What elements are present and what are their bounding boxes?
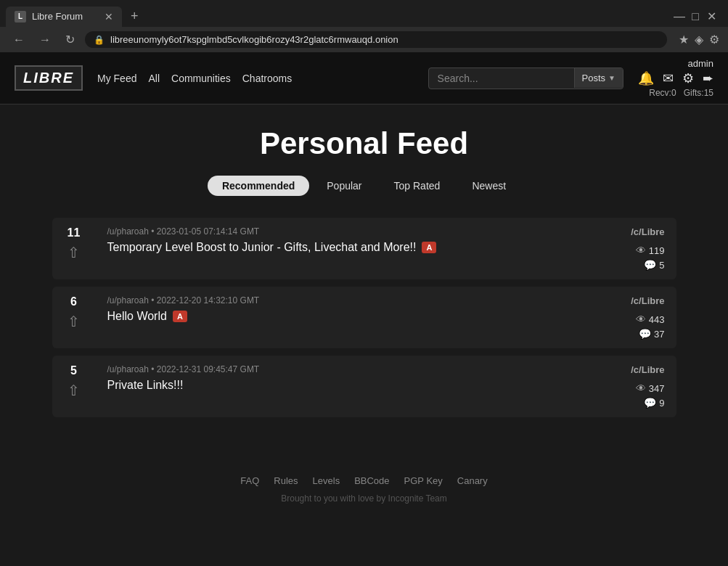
- extensions-icon[interactable]: ⚙: [709, 33, 719, 46]
- post-comments-row: 💬 9: [644, 397, 664, 409]
- window-maximize-button[interactable]: □: [690, 12, 700, 22]
- vote-count: 11: [68, 226, 81, 239]
- footer-credit: Brought to you with love by Incognite Te…: [15, 493, 713, 504]
- footer-bbcode[interactable]: BBCode: [354, 475, 389, 486]
- post-stats: /c/Libre 👁 443 💬 37: [604, 287, 676, 348]
- post-views-row: 👁 119: [636, 245, 665, 256]
- post-comments-row: 💬 5: [644, 259, 664, 271]
- post-date: 2022-12-31 09:45:47 GMT: [157, 364, 259, 374]
- table-row: 5 ⇧ /u/pharoah • 2022-12-31 09:45:47 GMT…: [52, 356, 676, 417]
- feed-tabs: Recommended Popular Top Rated Newest: [52, 176, 676, 196]
- eye-icon: 👁: [636, 245, 646, 256]
- main-nav: My Feed All Communities Chatrooms: [97, 73, 292, 84]
- nav-my-feed[interactable]: My Feed: [97, 73, 136, 84]
- footer-rules[interactable]: Rules: [274, 475, 298, 486]
- shield-icon[interactable]: ◈: [695, 33, 703, 46]
- post-badge: A: [422, 242, 436, 253]
- search-type-label: Posts: [582, 73, 606, 83]
- post-body: /u/pharoah • 2022-12-20 14:32:10 GMT Hel…: [96, 287, 604, 348]
- comment-icon: 💬: [644, 259, 656, 271]
- notifications-bell-icon[interactable]: 🔔: [638, 70, 654, 86]
- post-views: 119: [649, 245, 665, 256]
- post-views-row: 👁 443: [636, 313, 665, 325]
- url-text: libreeunomyly6ot7kspglmbd5cvlkogib6rozy4…: [110, 34, 658, 45]
- lock-icon: 🔒: [94, 35, 105, 45]
- new-tab-button[interactable]: +: [125, 6, 144, 27]
- tab-popular[interactable]: Popular: [312, 176, 376, 196]
- tab-top-rated[interactable]: Top Rated: [380, 176, 455, 196]
- post-community[interactable]: /c/Libre: [631, 364, 664, 375]
- post-author[interactable]: /u/pharoah: [107, 364, 149, 374]
- window-close-button[interactable]: ✕: [706, 12, 716, 22]
- footer: FAQ Rules Levels BBCode PGP Key Canary B…: [0, 446, 728, 518]
- post-vote-section: 11 ⇧: [52, 218, 96, 279]
- tab-favicon: L: [15, 11, 26, 22]
- footer-levels[interactable]: Levels: [313, 475, 340, 486]
- tab-title: Libre Forum: [32, 11, 83, 22]
- upvote-button[interactable]: ⇧: [68, 244, 80, 261]
- app-header: LIBRE My Feed All Communities Chatrooms …: [0, 52, 728, 104]
- recv-stat: Recv:0: [649, 88, 676, 98]
- browser-tab[interactable]: L Libre Forum ✕: [6, 7, 122, 27]
- bookmark-star-icon[interactable]: ★: [679, 33, 689, 46]
- post-community[interactable]: /c/Libre: [631, 295, 664, 306]
- messages-icon[interactable]: ✉: [663, 70, 674, 86]
- post-comments: 9: [659, 398, 664, 409]
- post-separator: •: [151, 364, 157, 374]
- post-views-row: 👁 347: [636, 382, 665, 394]
- post-community[interactable]: /c/Libre: [631, 226, 664, 237]
- search-container: Posts ▼: [428, 67, 623, 89]
- post-meta: /u/pharoah • 2023-01-05 07:14:14 GMT: [107, 226, 592, 237]
- settings-gear-icon[interactable]: ⚙: [682, 70, 694, 86]
- main-content: Personal Feed Recommended Popular Top Ra…: [38, 104, 691, 446]
- vote-count: 6: [70, 295, 77, 308]
- vote-count: 5: [70, 364, 77, 377]
- search-type-dropdown[interactable]: Posts ▼: [574, 68, 623, 88]
- footer-pgpkey[interactable]: PGP Key: [404, 475, 443, 486]
- search-input[interactable]: [429, 68, 574, 89]
- reload-button[interactable]: ↻: [61, 31, 79, 48]
- post-badge: A: [173, 311, 187, 322]
- upvote-button[interactable]: ⇧: [68, 382, 80, 399]
- window-minimize-button[interactable]: —: [674, 12, 684, 22]
- footer-canary[interactable]: Canary: [457, 475, 488, 486]
- site-logo[interactable]: LIBRE: [15, 65, 83, 91]
- nav-chatrooms[interactable]: Chatrooms: [242, 73, 292, 84]
- post-meta: /u/pharoah • 2022-12-20 14:32:10 GMT: [107, 295, 592, 305]
- post-body: /u/pharoah • 2022-12-31 09:45:47 GMT Pri…: [96, 356, 604, 417]
- address-bar[interactable]: 🔒 libreeunomyly6ot7kspglmbd5cvlkogib6roz…: [85, 31, 667, 48]
- post-vote-section: 5 ⇧: [52, 356, 96, 417]
- post-views: 347: [649, 383, 665, 394]
- upvote-button[interactable]: ⇧: [68, 313, 80, 330]
- post-title[interactable]: Temporary Level Boost to Junior - Gifts,…: [107, 241, 592, 254]
- eye-icon: 👁: [636, 313, 646, 325]
- back-button[interactable]: ←: [9, 32, 29, 48]
- username: admin: [688, 58, 713, 69]
- table-row: 6 ⇧ /u/pharoah • 2022-12-20 14:32:10 GMT…: [52, 287, 676, 348]
- gifts-stat: Gifts:15: [684, 88, 713, 98]
- post-stats: /c/Libre 👁 119 💬 5: [604, 218, 676, 279]
- post-date: 2022-12-20 14:32:10 GMT: [157, 295, 259, 305]
- nav-communities[interactable]: Communities: [171, 73, 231, 84]
- post-vote-section: 6 ⇧: [52, 287, 96, 348]
- post-meta: /u/pharoah • 2022-12-31 09:45:47 GMT: [107, 364, 592, 374]
- post-stats: /c/Libre 👁 347 💬 9: [604, 356, 676, 417]
- table-row: 11 ⇧ /u/pharoah • 2023-01-05 07:14:14 GM…: [52, 218, 676, 279]
- page-title: Personal Feed: [52, 126, 676, 161]
- user-stats: Recv:0 Gifts:15: [649, 88, 713, 98]
- tab-newest[interactable]: Newest: [457, 176, 520, 196]
- comment-icon: 💬: [639, 328, 651, 340]
- logout-icon[interactable]: ➨: [703, 70, 713, 86]
- post-title[interactable]: Private Links!!!: [107, 379, 592, 392]
- post-title[interactable]: Hello World A: [107, 310, 592, 323]
- post-author[interactable]: /u/pharoah: [107, 226, 149, 237]
- forward-button[interactable]: →: [35, 32, 55, 48]
- nav-all[interactable]: All: [148, 73, 160, 84]
- tab-recommended[interactable]: Recommended: [208, 176, 309, 196]
- post-author[interactable]: /u/pharoah: [107, 295, 149, 305]
- post-date: 2023-01-05 07:14:14 GMT: [157, 226, 259, 237]
- tab-close-button[interactable]: ✕: [105, 11, 113, 22]
- post-views: 443: [649, 314, 665, 325]
- footer-links: FAQ Rules Levels BBCode PGP Key Canary: [15, 475, 713, 486]
- footer-faq[interactable]: FAQ: [240, 475, 259, 486]
